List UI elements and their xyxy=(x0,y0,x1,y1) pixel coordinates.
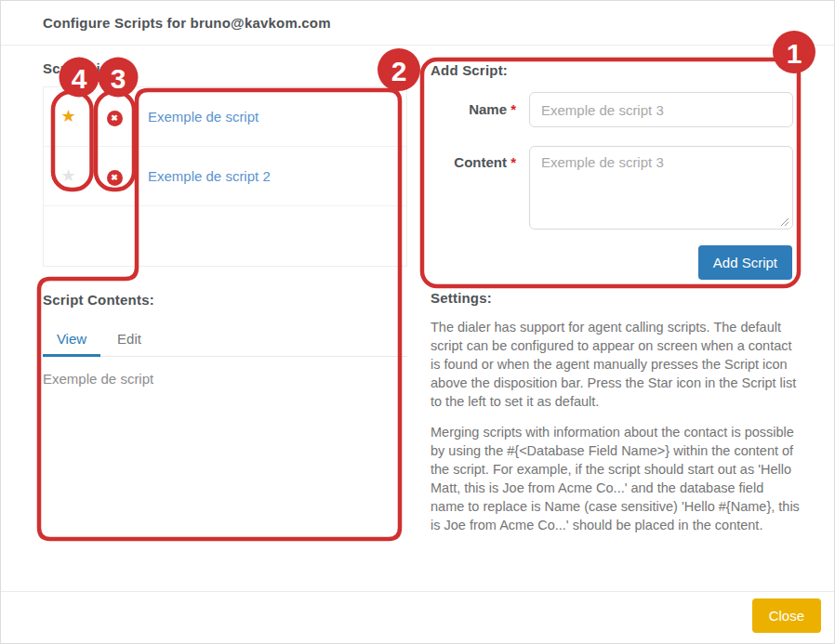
delete-script-button[interactable]: ✖ xyxy=(93,167,136,186)
star-icon: ★ xyxy=(60,107,75,125)
resize-grip-icon[interactable] xyxy=(780,217,789,227)
footer-divider xyxy=(1,591,834,592)
settings-paragraph: Merging scripts with information about t… xyxy=(431,423,801,534)
delete-icon: ✖ xyxy=(107,170,123,186)
script-link[interactable]: Exemple de script xyxy=(148,109,258,125)
table-row: ★ ✖ Exemple de script 2 xyxy=(44,147,406,206)
content-textarea[interactable] xyxy=(529,146,793,230)
script-list-table: ★ ✖ Exemple de script ★ ✖ Exemple de scr… xyxy=(43,86,407,267)
header-divider xyxy=(1,45,834,46)
name-input[interactable] xyxy=(529,92,793,127)
delete-script-button[interactable]: ✖ xyxy=(93,108,136,126)
required-asterisk: * xyxy=(510,154,516,170)
svg-text:2: 2 xyxy=(391,56,407,86)
settings-section: Settings: The dialer has support for age… xyxy=(431,290,801,534)
script-link[interactable]: Exemple de script 2 xyxy=(148,168,271,184)
name-form-row: Name * xyxy=(431,92,793,127)
settings-label: Settings: xyxy=(431,290,801,306)
script-list-label: Script List: xyxy=(43,60,118,76)
content-form-row: Content * xyxy=(431,146,793,233)
table-row-empty xyxy=(44,206,406,266)
set-default-star-button[interactable]: ★ xyxy=(44,167,93,185)
close-button[interactable]: Close xyxy=(752,598,821,633)
name-label: Name * xyxy=(431,92,529,127)
content-label: Content * xyxy=(431,146,529,233)
annotation-badge-2: 2 xyxy=(378,48,420,91)
add-script-button[interactable]: Add Script xyxy=(698,245,792,280)
set-default-star-button[interactable]: ★ xyxy=(44,108,93,125)
delete-icon: ✖ xyxy=(107,111,123,126)
script-content-text: Exemple de script xyxy=(43,371,153,387)
table-row: ★ ✖ Exemple de script xyxy=(44,87,406,147)
svg-text:1: 1 xyxy=(787,38,802,69)
required-asterisk: * xyxy=(510,101,516,117)
add-script-label: Add Script: xyxy=(431,62,508,78)
settings-paragraph: The dialer has support for agent calling… xyxy=(431,318,801,411)
star-icon: ★ xyxy=(60,166,75,185)
tab-edit[interactable]: Edit xyxy=(100,323,158,356)
annotation-badge-1: 1 xyxy=(773,31,815,73)
modal-title: Configure Scripts for bruno@kavkom.com xyxy=(43,15,331,31)
tab-view[interactable]: View xyxy=(43,323,100,357)
script-contents-tabs: View Edit xyxy=(43,323,407,357)
script-contents-label: Script Contents: xyxy=(43,292,154,308)
configure-scripts-modal: Configure Scripts for bruno@kavkom.com S… xyxy=(0,0,835,644)
